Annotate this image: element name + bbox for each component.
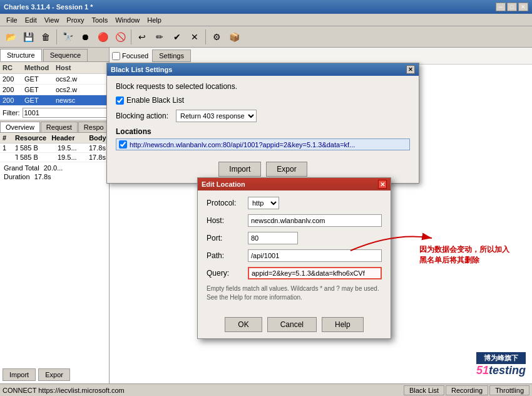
menu-file[interactable]: File [3,15,21,25]
brow-total-header: 585 B [18,153,55,162]
enable-label: Enable Black List [126,96,184,105]
menu-help[interactable]: Help [143,15,165,25]
method1: GET [22,75,53,83]
edit-location-dialog: Edit Location ✕ Protocol: http https Hos… [197,177,391,339]
brow1-body: 19.5... [55,143,86,152]
port-input[interactable] [248,232,298,244]
blocking-select[interactable]: Return 403 response Return 404 response … [176,110,257,122]
blacklist-title-bar[interactable]: Black List Settings ✕ [107,63,419,76]
duration-label: Duration [4,173,30,180]
host1: ocs2.w [53,75,109,83]
tb-x[interactable]: ✕ [187,29,203,45]
location-checkbox[interactable] [119,140,127,148]
edit-close-btn[interactable]: ✕ [378,180,387,189]
blocking-row: Blocking action: Return 403 response Ret… [116,110,410,122]
table-row-selected[interactable]: 200 GET newsc [0,95,109,106]
table-header: RC Method Host [0,62,109,74]
path-input[interactable] [248,249,382,262]
edit-title-bar[interactable]: Edit Location ✕ [198,178,391,190]
status-bar: CONNECT https://iecvlist.microsoft.com B… [0,383,532,396]
tb-gear[interactable]: ⚙ [208,29,225,45]
query-input[interactable] [248,267,382,279]
protocol-row: Protocol: http https [207,197,382,209]
brow1-header: 585 B [18,143,55,152]
bottom-row-total: Total 585 B 19.5... 17.8s [0,153,109,162]
close-button[interactable]: ✕ [518,3,528,11]
left-panel: Structure Sequence RC Method Host 200 GE… [0,48,110,383]
tab-request[interactable]: Request [41,122,78,132]
help-button[interactable]: Help [322,317,364,332]
black-list-btn[interactable]: Black List [404,385,444,395]
menu-view[interactable]: View [41,15,63,25]
status-buttons: Black List Recording Throttling [404,385,529,395]
tb-stop[interactable]: 🔴 [95,29,111,45]
menu-tools[interactable]: Tools [88,15,111,25]
grand-total-val: 20.0... [44,164,63,172]
tb-check[interactable]: ✔ [169,29,185,45]
location-row[interactable]: http://newscdn.wlanbanlv.com:80/api/1001… [116,138,410,150]
rc3: 200 [0,96,22,105]
tb-refresh[interactable]: ↩ [134,29,150,45]
bth-num: # [0,133,13,143]
menu-window[interactable]: Window [111,15,143,25]
blacklist-description: Block requests to selected locations. [116,82,410,91]
minimize-button[interactable]: ─ [496,3,506,11]
tb-box[interactable]: 📦 [226,29,242,45]
tb-sep1 [56,29,57,44]
tab-structure[interactable]: Structure [0,49,42,61]
brow-total-num [0,153,13,162]
edit-footer: OK Cancel Help [198,313,391,338]
menu-proxy[interactable]: Proxy [63,15,88,25]
cancel-button[interactable]: Cancel [267,317,317,332]
col-method: Method [22,63,53,72]
menu-edit[interactable]: Edit [21,15,41,25]
enable-checkbox[interactable] [116,96,124,105]
maximize-button[interactable]: □ [507,3,517,11]
edit-title: Edit Location [202,180,245,188]
query-label: Query: [207,269,244,278]
throttling-btn[interactable]: Throttling [489,385,529,395]
table-row[interactable]: 200 GET ocs2.w [0,85,109,95]
host-label: Host: [207,216,244,225]
bottom-row1[interactable]: 1 1001?appid=2&key 585 B 19.5... 17.8s [0,143,109,153]
protocol-select[interactable]: http https [248,197,279,209]
table-row[interactable]: 200 GET ocs2.w [0,74,109,85]
window-title: Charles 3.11.4 - Session 1 * [4,3,93,11]
blacklist-export-btn[interactable]: Expor [266,162,307,177]
tb-delete[interactable]: 🗑 [38,29,54,45]
blacklist-body: Block requests to selected locations. En… [107,76,419,157]
grand-total-label: Grand Total [4,164,39,172]
blacklist-close-btn[interactable]: ✕ [406,65,415,74]
brow-total-label: Total [13,153,18,162]
tb-record[interactable]: ⏺ [77,29,93,45]
host-input[interactable] [248,214,382,227]
tab-overview[interactable]: Overview [0,122,40,132]
brow-total-body: 19.5... [55,153,86,162]
tb-block[interactable]: 🚫 [112,29,128,45]
tab-response[interactable]: Respo [78,122,110,132]
tb-save[interactable]: 💾 [20,29,36,45]
rc1: 200 [0,75,22,83]
settings-button[interactable]: Settings [152,50,191,62]
focused-checkbox[interactable] [112,52,120,60]
host3: newsc [53,96,109,105]
recording-btn[interactable]: Recording [446,385,488,395]
tb-pencil[interactable]: ✏ [151,29,168,45]
tb-binoculars[interactable]: 🔭 [59,29,76,45]
col-rc: RC [0,63,22,72]
brow1-num: 1 [0,143,13,152]
ok-button[interactable]: OK [225,317,262,332]
tb-open[interactable]: 📂 [3,29,19,45]
duration-row: Duration 17.8s [3,172,106,181]
grand-total-row: Grand Total 20.0... [3,164,106,172]
blacklist-import-btn[interactable]: Import [218,162,261,177]
tab-sequence[interactable]: Sequence [43,49,88,61]
export-button[interactable]: Expor [38,368,70,381]
import-button[interactable]: Import [3,368,36,381]
menu-bar: File Edit View Proxy Tools Window Help [0,14,532,26]
status-text: CONNECT https://iecvlist.microsoft.com [3,387,399,394]
top-tabs: Structure Sequence [0,48,109,62]
window-controls: ─ □ ✕ [496,3,528,11]
filter-input[interactable] [23,108,113,118]
locations-label: Locations [116,127,410,136]
